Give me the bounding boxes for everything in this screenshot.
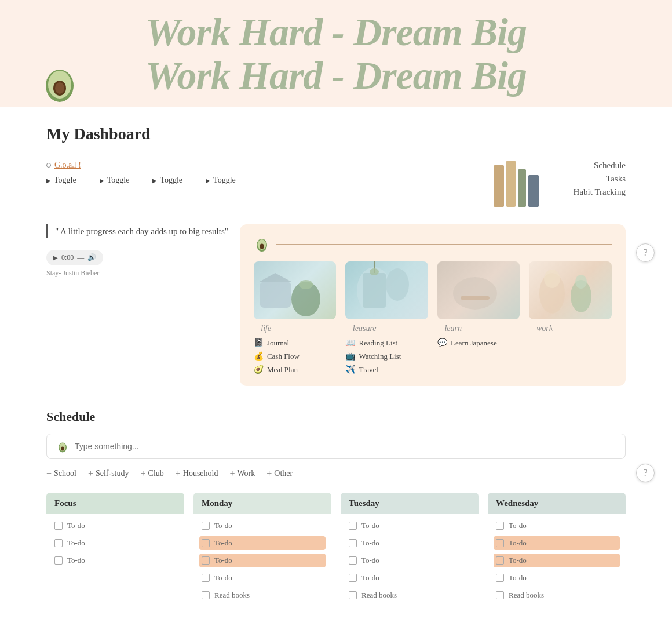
volume-icon: 🔊 [87,253,96,262]
wednesday-todo-5: Read books [494,588,620,602]
monday-checkbox-5[interactable] [202,591,210,599]
help-button-1[interactable]: ? [636,243,655,262]
help-button-2[interactable]: ? [636,464,655,482]
tuesday-checkbox-4[interactable] [349,574,357,582]
schedule-input-row [46,434,626,459]
cashflow-label: Cash Flow [267,352,300,361]
monday-checkbox-3[interactable] [202,556,210,565]
category-learn: —learn 💬 Learn Japanese [437,261,520,374]
wednesday-todo-1: To-do [494,519,620,533]
tag-work[interactable]: + Work [229,468,255,479]
cat-link-travel[interactable]: ✈️ Travel [345,365,428,374]
wednesday-checkbox-4[interactable] [496,574,504,582]
wednesday-checkbox-5[interactable] [496,591,504,599]
side-link-habit-tracking[interactable]: Habit Tracking [556,187,626,197]
audio-time: 0:00 [61,253,74,262]
focus-todo-text-3: To-do [67,556,85,565]
tag-school[interactable]: + School [46,468,76,479]
tuesday-todo-text-5: Read books [361,591,397,600]
svg-point-3 [55,82,64,94]
schedule-input-field[interactable] [75,442,616,451]
focus-checkbox-3[interactable] [54,556,63,565]
monday-todo-list: To-do To-do To-do To-do [193,514,331,607]
watchinglist-icon: 📺 [345,351,355,361]
monday-checkbox-2[interactable] [202,539,210,547]
category-tags: + School + Self-study + Club + Household… [46,468,626,479]
monday-todo-2: To-do [199,536,326,550]
plus-icon-club: + [141,468,146,479]
wednesday-checkbox-2[interactable] [496,539,504,547]
tuesday-checkbox-3[interactable] [349,556,357,565]
focus-checkbox-2[interactable] [54,539,63,547]
toggle-1[interactable]: ▶ Toggle [46,176,76,185]
svg-point-22 [575,275,587,289]
category-work: —work [529,261,612,374]
col-wednesday: Wednesday To-do To-do To-do [488,493,626,607]
tuesday-todo-text-2: To-do [361,538,379,548]
toggle-label-2: Toggle [107,176,130,185]
tuesday-todo-3: To-do [346,554,473,567]
wednesday-todo-text-2: To-do [509,538,527,548]
svg-point-13 [386,268,409,301]
cat-link-journal[interactable]: 📓 Journal [254,338,337,348]
side-links: Schedule Tasks Habit Tracking [556,161,626,197]
monday-todo-5: Read books [199,588,326,602]
tuesday-todo-5: Read books [346,588,473,602]
tag-household[interactable]: + Household [176,468,218,479]
tag-other-label: Other [274,469,293,478]
col-tuesday: Tuesday To-do To-do To-do [341,493,479,607]
quote-block: " A little progress each day adds up to … [46,224,228,238]
audio-player[interactable]: ▶ 0:00 — 🔊 [46,250,103,265]
svg-point-10 [299,280,313,289]
toggle-label-4: Toggle [213,176,236,185]
toggle-arrow-1: ▶ [46,177,51,184]
tag-selfstudy[interactable]: + Self-study [88,468,129,479]
svg-point-6 [260,244,264,249]
toggle-label-3: Toggle [160,176,182,185]
monday-todo-text-2: To-do [214,538,232,548]
watchinglist-label: Watching List [359,352,401,361]
category-label-leasure: —leasure [345,324,428,333]
col-wednesday-header: Wednesday [488,493,626,514]
mealplan-label: Meal Plan [267,365,298,374]
dashboard-card: —life 📓 Journal 💰 Cash Flow 🥑 Meal Pl [240,224,626,386]
play-button[interactable]: ▶ [53,254,58,261]
wednesday-todo-text-3: To-do [509,556,527,565]
toggle-4[interactable]: ▶ Toggle [206,176,236,185]
tuesday-todo-2: To-do [346,536,473,550]
monday-checkbox-1[interactable] [202,522,210,530]
card-divider [276,244,612,245]
goal-label: G.o.a.l ! [54,161,81,170]
bullet-circle [46,163,51,168]
toggle-2[interactable]: ▶ Toggle [100,176,130,185]
cat-link-watchinglist[interactable]: 📺 Watching List [345,351,428,361]
wednesday-checkbox-1[interactable] [496,522,504,530]
tuesday-checkbox-1[interactable] [349,522,357,530]
side-link-schedule[interactable]: Schedule [556,161,626,170]
cat-link-readinglist[interactable]: 📖 Reading List [345,338,428,348]
tuesday-checkbox-5[interactable] [349,591,357,599]
category-label-learn: —learn [437,324,520,333]
focus-checkbox-1[interactable] [54,522,63,530]
side-link-tasks[interactable]: Tasks [556,174,626,184]
toggle-3[interactable]: ▶ Toggle [152,176,182,185]
toggle-label-1: Toggle [54,176,76,185]
wednesday-checkbox-3[interactable] [496,556,504,565]
category-label-work: —work [529,324,612,333]
tuesday-checkbox-2[interactable] [349,539,357,547]
wednesday-todo-text-1: To-do [509,521,527,530]
cat-link-mealplan[interactable]: 🥑 Meal Plan [254,365,337,374]
tag-other[interactable]: + Other [266,468,293,479]
monday-todo-text-1: To-do [214,521,232,530]
book-3 [518,169,526,207]
cat-link-cashflow[interactable]: 💰 Cash Flow [254,351,337,361]
cat-link-japanese[interactable]: 💬 Learn Japanese [437,338,520,348]
monday-checkbox-4[interactable] [202,574,210,582]
japanese-label: Learn Japanese [451,338,497,348]
travel-label: Travel [359,365,378,374]
goal-link[interactable]: G.o.a.l ! [46,161,476,170]
tag-club[interactable]: + Club [141,468,164,479]
svg-point-20 [544,270,560,288]
svg-rect-12 [363,273,386,308]
wednesday-todo-list: To-do To-do To-do To-do [488,514,626,607]
